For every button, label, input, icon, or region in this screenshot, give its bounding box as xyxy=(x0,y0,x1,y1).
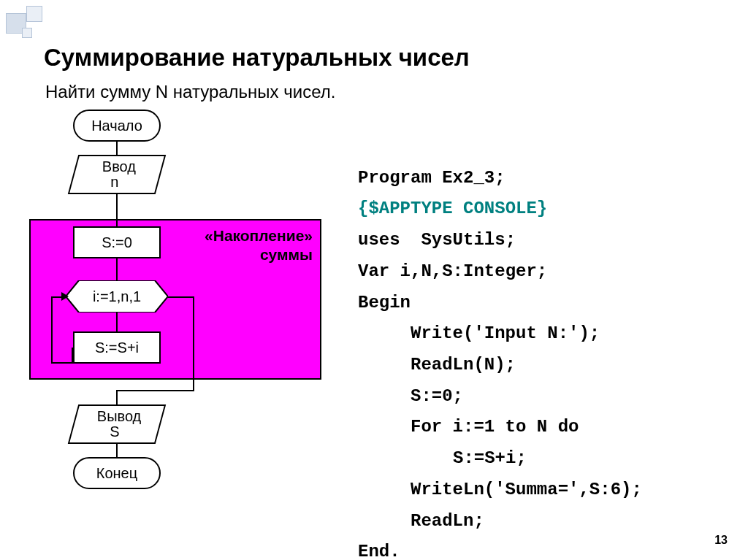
connector xyxy=(51,362,73,364)
connector xyxy=(72,348,73,364)
code-line: ReadLn(N); xyxy=(411,350,516,381)
code-listing: Program Ex2_3; {$APPTYPE CONSOLE} uses S… xyxy=(358,131,642,560)
code-line: ReadLn; xyxy=(411,506,484,537)
flow-loop: i:=1,n,1 xyxy=(66,280,168,312)
flow-input-line1: Ввод xyxy=(102,159,136,174)
connector xyxy=(116,194,118,226)
code-line-directive: {$APPTYPE CONSOLE} xyxy=(358,199,547,218)
flow-output-line1: Вывод xyxy=(97,409,141,424)
connector xyxy=(193,296,194,391)
accumulation-label: «Накопление» суммы xyxy=(205,226,313,265)
code-line: End. xyxy=(358,542,400,560)
flow-loop-label: i:=1,n,1 xyxy=(66,280,168,312)
code-line: S:=S+i; xyxy=(453,443,527,475)
arrow-icon xyxy=(61,292,69,301)
code-line: For i:=1 to N do xyxy=(411,412,579,443)
connector xyxy=(116,312,118,331)
flow-output: Вывод S xyxy=(68,404,166,444)
flow-end: Конец xyxy=(73,457,161,489)
flowchart: «Накопление» суммы Начало Ввод n S:=0 i:… xyxy=(29,110,336,518)
flow-input: Ввод n xyxy=(68,155,166,194)
code-line: Write('Input N:'); xyxy=(411,318,600,350)
accumulation-label-line1: «Накопление» xyxy=(205,226,313,245)
flow-start: Начало xyxy=(73,110,161,142)
flow-input-line2: n xyxy=(111,174,119,190)
slide-subtitle: Найти сумму N натуральных чисел. xyxy=(45,82,335,102)
slide-title: Суммирование натуральных чисел xyxy=(44,44,470,72)
flow-output-line2: S xyxy=(110,424,120,440)
connector xyxy=(51,296,53,364)
accumulation-label-line2: суммы xyxy=(205,245,313,264)
connector xyxy=(116,444,118,457)
flow-process-init: S:=0 xyxy=(73,226,161,258)
deco-square xyxy=(26,6,42,22)
code-line: S:=0; xyxy=(411,381,463,413)
connector xyxy=(168,296,194,298)
code-line: uses SysUtils; xyxy=(358,230,516,250)
code-line: WriteLn('Summa=',S:6); xyxy=(411,475,642,506)
connector xyxy=(117,390,194,391)
flow-process-body: S:=S+i xyxy=(73,331,161,364)
code-line: Program Ex2_3; xyxy=(358,168,505,188)
deco-square xyxy=(22,28,32,38)
connector xyxy=(116,142,118,155)
code-line: Begin xyxy=(358,293,411,312)
code-line: Var i,N,S:Integer; xyxy=(358,261,547,281)
connector xyxy=(116,390,118,404)
page-number: 13 xyxy=(714,534,728,547)
connector xyxy=(116,258,118,280)
